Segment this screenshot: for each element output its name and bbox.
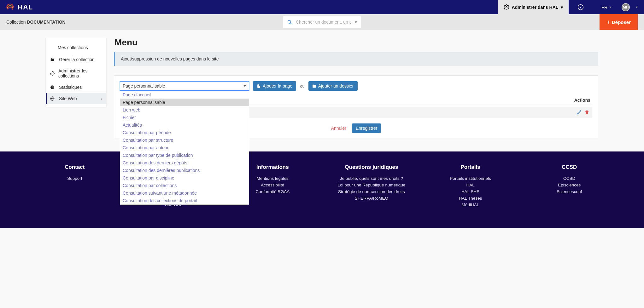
sidebar-heading: Mes collections xyxy=(46,41,106,54)
chevron-down-icon: ▾ xyxy=(609,5,611,9)
info-banner: Ajout/suppression de nouvelles pages dan… xyxy=(114,52,598,66)
page-type-dropdown: Page d'accueilPage personnalisableLien w… xyxy=(120,91,249,205)
or-label: ou xyxy=(300,84,304,88)
footer-link[interactable]: Episciences xyxy=(520,183,619,187)
admin-label: Administrer dans HAL xyxy=(512,5,559,10)
footer-link[interactable]: Je publie, quels sont mes droits ? xyxy=(322,176,421,181)
sidebar-item-label: Site Web xyxy=(59,96,77,101)
hal-logo-icon xyxy=(6,3,15,12)
briefcase-icon xyxy=(50,57,55,62)
folder-icon xyxy=(312,84,316,88)
search-input[interactable] xyxy=(296,20,351,25)
deposit-label: Déposer xyxy=(612,20,631,25)
footer-link[interactable]: Portails institutionnels xyxy=(421,176,520,181)
save-button[interactable]: Enregistrer xyxy=(352,123,381,133)
actions-header: Actions xyxy=(574,98,592,103)
sidebar-item-stats[interactable]: Statistiques xyxy=(46,82,106,93)
brand-text: HAL xyxy=(18,3,33,11)
footer: ContactSupportRessourcesDocumentationFAQ… xyxy=(0,151,644,228)
collection-name: DOCUMENTATION xyxy=(27,20,65,25)
footer-column: ContactSupport xyxy=(25,164,124,209)
chevron-down-icon: ▾ xyxy=(636,5,638,9)
dropdown-option[interactable]: Consultation par type de publication xyxy=(120,151,249,159)
add-folder-label: Ajouter un dossier xyxy=(318,83,354,88)
dropdown-option[interactable]: Consultation par période xyxy=(120,129,249,136)
page-type-select[interactable]: Page personnalisable xyxy=(120,81,249,91)
top-nav: HAL Administrer dans HAL ▾ FR ▾ MH ▾ xyxy=(0,0,644,14)
trash-icon[interactable] xyxy=(585,110,589,115)
dropdown-option[interactable]: Consultation par structure xyxy=(120,136,249,144)
dropdown-option[interactable]: Fichier xyxy=(120,114,249,121)
dropdown-option[interactable]: Lien web xyxy=(120,106,249,114)
sidebar-item-site-web[interactable]: Site Web ▸ xyxy=(46,93,106,104)
admin-dropdown[interactable]: Administrer dans HAL ▾ xyxy=(498,0,569,14)
dropdown-option[interactable]: Consultation des collections du portail xyxy=(120,197,249,204)
footer-link[interactable]: HAL Thèses xyxy=(421,196,520,201)
sidebar: Mes collections Gerer la collection Admi… xyxy=(46,37,106,107)
add-folder-button[interactable]: Ajouter un dossier xyxy=(308,81,358,91)
collection-prefix: Collection xyxy=(6,20,27,25)
lang-label: FR xyxy=(601,5,607,10)
footer-col-title: Portails xyxy=(421,164,520,170)
dropdown-option[interactable]: Actualités xyxy=(120,121,249,129)
gear-icon xyxy=(50,71,55,76)
globe-icon xyxy=(50,96,55,101)
main: Mes collections Gerer la collection Admi… xyxy=(0,30,644,151)
plus-icon: + xyxy=(606,19,610,26)
dropdown-option[interactable]: Consultation par auteur xyxy=(120,144,249,151)
brand[interactable]: HAL xyxy=(0,3,33,12)
footer-col-title: Contact xyxy=(25,164,124,170)
cancel-link[interactable]: Annuler xyxy=(331,126,346,131)
footer-column: Questions juridiquesJe publie, quels son… xyxy=(322,164,421,209)
footer-link[interactable]: HAL xyxy=(421,183,520,187)
sidebar-item-label: Statistiques xyxy=(59,85,82,90)
sub-bar: Collection DOCUMENTATION ▾ + Déposer xyxy=(0,14,644,30)
avatar: MH xyxy=(622,3,630,11)
dropdown-option[interactable]: Page personnalisable xyxy=(120,99,249,106)
panel: Page personnalisable Page d'accueilPage … xyxy=(114,75,598,139)
chevron-down-icon: ▾ xyxy=(561,5,563,10)
footer-link[interactable]: CCSD xyxy=(520,176,619,181)
page-type-select-wrap: Page personnalisable Page d'accueilPage … xyxy=(120,81,249,91)
search-icon xyxy=(287,20,292,25)
chevron-right-icon: ▸ xyxy=(101,97,102,100)
dropdown-option[interactable]: Consultation par collections xyxy=(120,182,249,189)
footer-link[interactable]: HAL SHS xyxy=(421,189,520,194)
footer-link[interactable]: Sciencesconf xyxy=(520,189,619,194)
footer-column: PortailsPortails institutionnelsHALHAL S… xyxy=(421,164,520,209)
footer-column: CCSDCCSDEpisciencesSciencesconf xyxy=(520,164,619,209)
edit-icon[interactable] xyxy=(577,110,582,115)
svg-point-0 xyxy=(506,6,507,8)
row-actions xyxy=(577,110,589,115)
search-bar[interactable]: ▾ xyxy=(283,16,361,28)
user-menu[interactable]: MH ▾ xyxy=(620,0,644,14)
add-page-button[interactable]: Ajouter la page xyxy=(253,81,296,91)
select-value: Page personnalisable xyxy=(123,83,165,88)
dropdown-option[interactable]: Consultation des derniers dépôts xyxy=(120,159,249,167)
info-button[interactable] xyxy=(569,0,593,14)
footer-link[interactable]: Stratégie de non-cession des droits xyxy=(322,189,421,194)
footer-link[interactable]: MédiHAL xyxy=(421,202,520,207)
dropdown-option[interactable]: Consultation suivant une métadonnée xyxy=(120,189,249,197)
footer-col-title: Questions juridiques xyxy=(322,164,421,170)
chart-pie-icon xyxy=(50,85,55,89)
add-page-label: Ajouter la page xyxy=(263,83,292,88)
sidebar-item-label: Gerer la collection xyxy=(59,57,95,62)
sidebar-item-label: Administrer les collections xyxy=(58,68,102,78)
lang-dropdown[interactable]: FR ▾ xyxy=(593,0,620,14)
svg-point-4 xyxy=(288,20,291,23)
svg-rect-6 xyxy=(51,59,54,61)
dropdown-option[interactable]: Consultation des dernières publications xyxy=(120,167,249,174)
footer-link[interactable]: Loi pour une République numérique xyxy=(322,183,421,187)
collection-breadcrumb[interactable]: Collection DOCUMENTATION xyxy=(6,20,66,25)
dropdown-option[interactable]: Consultation par discipline xyxy=(120,174,249,182)
sidebar-item-admin-collections[interactable]: Administrer les collections xyxy=(46,65,106,82)
deposit-button[interactable]: + Déposer xyxy=(600,14,638,30)
footer-link[interactable]: SHERPA/RoMEO xyxy=(322,196,421,201)
dropdown-option[interactable]: Page d'accueil xyxy=(120,91,249,99)
footer-col-title: CCSD xyxy=(520,164,619,170)
chevron-down-icon[interactable]: ▾ xyxy=(355,20,357,25)
content: Menu Ajout/suppression de nouvelles page… xyxy=(114,37,598,139)
sidebar-item-manage-collection[interactable]: Gerer la collection xyxy=(46,54,106,65)
footer-link[interactable]: Support xyxy=(25,176,124,181)
